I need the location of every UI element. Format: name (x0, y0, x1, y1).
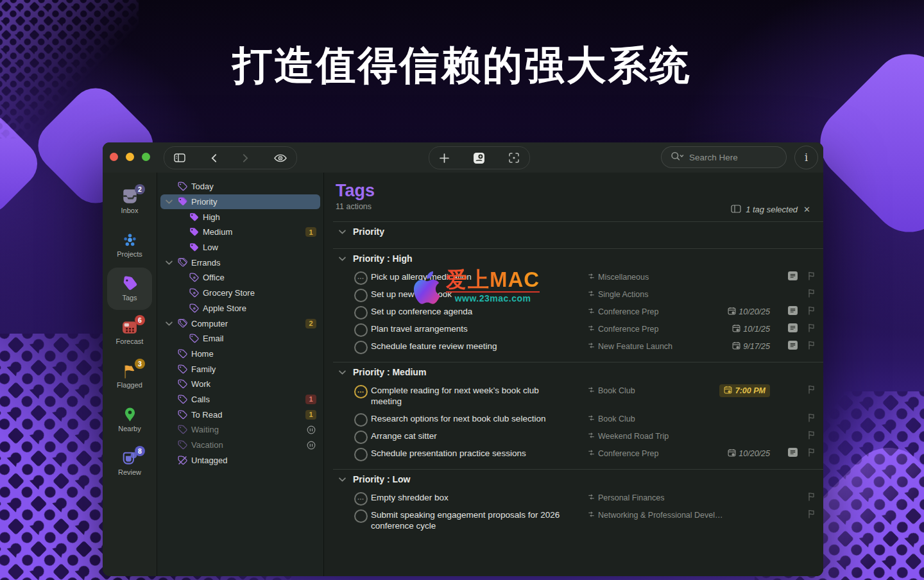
tag-row-medium[interactable]: Medium1 (160, 225, 320, 240)
sidebar-item-forecast[interactable]: 6Forecast (107, 311, 152, 354)
tag-row-home[interactable]: Home (160, 346, 320, 362)
chevron-down-icon[interactable] (166, 260, 178, 265)
task-row[interactable]: •••Complete reading for next week’s book… (333, 382, 823, 410)
task-status-circle[interactable] (354, 341, 368, 354)
sidebar-item-tags[interactable]: Tags (107, 268, 152, 310)
flag-icon[interactable] (808, 306, 816, 318)
tag-row-grocery-store[interactable]: Grocery Store (160, 286, 320, 301)
note-icon[interactable] (788, 306, 798, 318)
sidebar-item-nearby[interactable]: Nearby (107, 398, 152, 441)
chevron-down-icon[interactable] (339, 370, 346, 375)
note-icon[interactable] (788, 448, 798, 459)
task-row[interactable]: Schedule feature review meetingNew Featu… (333, 337, 823, 355)
task-status-circle[interactable] (354, 323, 368, 337)
task-status-circle[interactable]: ••• (354, 385, 368, 398)
back-chevron-icon[interactable] (211, 153, 217, 163)
calendar-icon (732, 324, 740, 334)
task-title[interactable]: Arrange cat sitter (371, 427, 570, 445)
tag-row-today[interactable]: Today (160, 179, 320, 194)
sidebar-item-review[interactable]: 8Review (107, 442, 152, 484)
flag-icon[interactable] (808, 448, 816, 459)
task-row[interactable]: Plan travel arrangementsConference Prep1… (333, 320, 823, 337)
section-header[interactable]: Priority : High (333, 249, 823, 268)
focus-icon[interactable] (509, 153, 519, 163)
chevron-down-icon[interactable] (339, 257, 346, 261)
task-status-circle[interactable] (354, 413, 368, 427)
task-status-circle[interactable] (354, 509, 368, 523)
task-title[interactable]: Complete reading for next week’s book cl… (371, 382, 570, 410)
sidebar-item-projects[interactable]: Projects (107, 224, 152, 266)
flag-icon[interactable] (808, 289, 816, 300)
add-item-icon[interactable] (440, 153, 449, 163)
task-row[interactable]: Arrange cat sitterWeekend Road Trip (333, 427, 823, 445)
task-row[interactable]: •••Empty shredder boxPersonal Finances (333, 489, 823, 506)
flag-icon[interactable] (808, 431, 816, 442)
task-status-circle[interactable] (354, 448, 368, 461)
tag-row-family[interactable]: Family (160, 361, 320, 377)
quick-entry-icon[interactable] (473, 152, 485, 164)
tag-row-to-read[interactable]: To Read1 (160, 407, 320, 422)
zoom-window-button[interactable] (142, 153, 150, 161)
section-header[interactable]: Priority : Low (333, 470, 823, 489)
tag-row-email[interactable]: Email (160, 331, 320, 346)
tag-label: Computer (191, 319, 228, 328)
tag-row-priority[interactable]: Priority (160, 194, 320, 210)
minimize-window-button[interactable] (126, 153, 134, 161)
tag-row-computer[interactable]: Computer2 (160, 316, 320, 331)
task-row[interactable]: Set up conference agendaConference Prep1… (333, 303, 823, 320)
note-icon[interactable] (788, 271, 798, 283)
flag-icon[interactable] (808, 492, 816, 504)
task-title[interactable]: Plan travel arrangements (371, 320, 570, 337)
sidebar-item-inbox[interactable]: 2Inbox (107, 180, 152, 223)
chevron-down-icon[interactable] (339, 477, 346, 482)
task-title[interactable]: Schedule presentation practice sessions (371, 445, 570, 462)
chevron-down-icon[interactable] (166, 321, 178, 326)
task-status-circle[interactable] (354, 289, 368, 302)
task-row[interactable]: Set up new MacbookSingle Actions (333, 286, 823, 303)
forward-chevron-icon[interactable] (243, 153, 248, 163)
tag-row-low[interactable]: Low (160, 240, 320, 255)
sidebar-toggle-icon[interactable] (174, 153, 185, 162)
tag-row-calls[interactable]: Calls1 (160, 392, 320, 407)
chevron-down-icon[interactable] (166, 200, 178, 204)
flag-icon[interactable] (808, 385, 816, 397)
hero-title: 打造值得信赖的强大系统 (0, 42, 924, 89)
tag-row-errands[interactable]: Errands (160, 255, 320, 270)
flag-icon[interactable] (808, 413, 816, 425)
tag-row-office[interactable]: Office (160, 270, 320, 286)
task-title[interactable]: Submit speaking engagement proposals for… (371, 506, 570, 534)
info-button[interactable]: i (794, 146, 818, 169)
tag-row-apple-store[interactable]: Apple Store (160, 301, 320, 316)
note-icon[interactable] (788, 341, 798, 352)
task-row[interactable]: •••Pick up allergy medicationMiscellaneo… (333, 268, 823, 286)
close-window-button[interactable] (110, 153, 118, 161)
task-title[interactable]: Empty shredder box (371, 489, 570, 506)
sidebar-item-flagged[interactable]: 3Flagged (107, 355, 152, 397)
task-status-circle[interactable]: ••• (354, 492, 368, 506)
flag-icon[interactable] (808, 509, 816, 521)
tag-row-waiting[interactable]: Waiting (160, 422, 320, 438)
flag-icon[interactable] (808, 341, 816, 352)
tag-label: Calls (191, 395, 210, 404)
task-title[interactable]: Schedule feature review meeting (371, 337, 570, 355)
close-icon[interactable]: ✕ (802, 205, 812, 214)
task-row[interactable]: Submit speaking engagement proposals for… (333, 506, 823, 534)
task-row[interactable]: Research options for next book club sele… (333, 410, 823, 427)
search-input[interactable]: Search Here (661, 146, 787, 168)
flag-icon[interactable] (808, 271, 816, 283)
view-eye-icon[interactable] (274, 154, 287, 162)
task-status-circle[interactable]: ••• (354, 271, 368, 285)
tag-row-high[interactable]: High (160, 209, 320, 225)
task-title[interactable]: Research options for next book club sele… (371, 410, 570, 427)
chevron-down-icon[interactable] (339, 230, 346, 234)
tag-row-work[interactable]: Work (160, 377, 320, 392)
flag-icon[interactable] (808, 323, 816, 335)
task-row[interactable]: Schedule presentation practice sessionsC… (333, 445, 823, 462)
tag-row-untagged[interactable]: Untagged (160, 452, 320, 468)
note-icon[interactable] (788, 323, 798, 335)
section-header[interactable]: Priority : Medium (333, 362, 823, 382)
tag-row-vacation[interactable]: Vacation (160, 438, 320, 453)
task-status-circle[interactable] (354, 431, 368, 444)
section-header[interactable]: Priority (333, 222, 823, 241)
task-status-circle[interactable] (354, 306, 368, 320)
